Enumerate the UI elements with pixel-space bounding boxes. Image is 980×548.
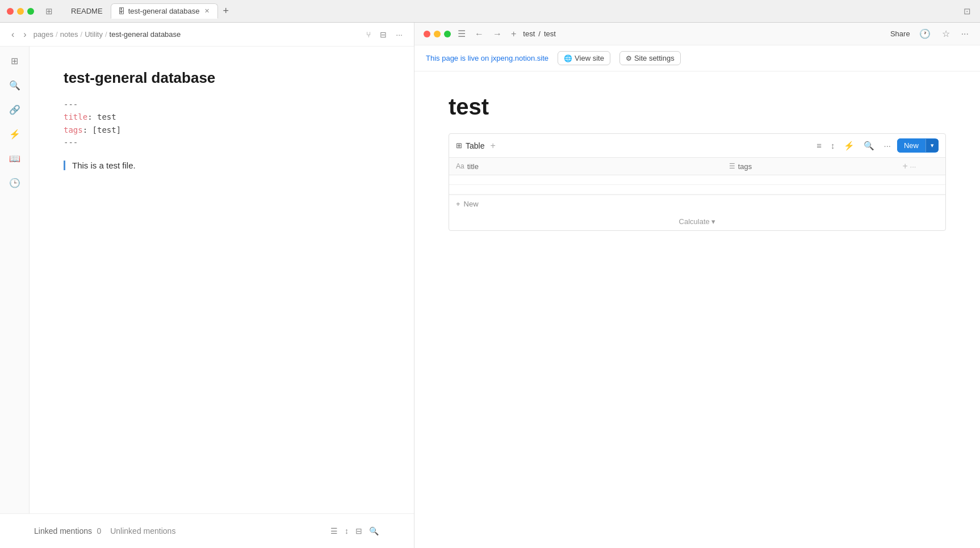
notion-url-part-2: test — [544, 29, 556, 38]
frontmatter: --- title: test tags: [test] --- — [64, 98, 380, 149]
notion-chrome: ☰ ← → + test / test Share 🕐 ☆ ··· — [414, 23, 980, 45]
col-add-header: + ··· — [896, 158, 945, 175]
breadcrumb-utility[interactable]: Utility — [85, 30, 103, 39]
tab-readme[interactable]: README — [64, 4, 110, 18]
new-record-dropdown[interactable]: ▾ — [925, 139, 939, 152]
notion-new-tab-icon[interactable]: + — [509, 28, 518, 40]
notion-content: test ⊞ Table + ≡ ↕ ⚡ 🔍 ··· — [414, 71, 980, 548]
calculate-label: Calculate — [679, 217, 710, 226]
notion-close-btn[interactable] — [424, 31, 430, 37]
db-more-icon[interactable]: ··· — [881, 139, 894, 152]
live-text[interactable]: This page is live on jxpeng.notion.site — [426, 54, 548, 62]
main-layout: ‹ › pages / notes / Utility / test-gener… — [0, 23, 980, 548]
reading-view-icon[interactable]: ⊟ — [378, 29, 389, 40]
breadcrumb-notes[interactable]: notes — [60, 30, 78, 39]
frontmatter-colon-2: : — [83, 125, 93, 134]
notion-back-icon[interactable]: ← — [472, 28, 486, 40]
tab-readme-label: README — [71, 7, 103, 15]
sidebar-book-icon[interactable]: 📖 — [7, 151, 23, 166]
site-settings-icon: ⚙ — [626, 54, 632, 62]
unlinked-mentions-link[interactable]: Unlinked mentions — [110, 526, 175, 536]
frontmatter-dashes-top: --- — [64, 98, 380, 111]
db-search-icon[interactable]: 🔍 — [861, 139, 877, 153]
notion-min-btn[interactable] — [434, 31, 441, 37]
notion-history-icon[interactable]: 🕐 — [917, 27, 933, 40]
sidebar-clock-icon[interactable]: 🕒 — [7, 175, 23, 191]
mentions-filter-icon[interactable]: ⊟ — [354, 525, 363, 537]
minimize-button[interactable] — [17, 8, 24, 15]
mentions-left: Linked mentions 0 Unlinked mentions — [34, 526, 175, 536]
frontmatter-tags-value: [test] — [93, 125, 122, 134]
mentions-header: Linked mentions 0 Unlinked mentions ☰ ↕ … — [34, 525, 380, 537]
mentions-search-icon[interactable]: 🔍 — [368, 525, 380, 537]
mentions-icons: ☰ ↕ ⊟ 🔍 — [329, 525, 380, 537]
db-toolbar-left: ⊞ Table + — [456, 141, 809, 151]
add-view-button[interactable]: + — [488, 141, 497, 151]
split-view-icon[interactable]: ⊡ — [961, 5, 973, 18]
sidebar-lightning-icon[interactable]: ⚡ — [7, 127, 23, 142]
mentions-section: Linked mentions 0 Unlinked mentions ☰ ↕ … — [0, 513, 414, 548]
maximize-button[interactable] — [27, 8, 34, 15]
sidebar-grid-icon[interactable]: ⊞ — [9, 53, 20, 69]
row-1-tags[interactable] — [722, 175, 896, 185]
new-tab-button[interactable]: + — [219, 5, 232, 17]
editor-icon-sidebar: ⊞ 🔍 🔗 ⚡ 📖 🕒 — [0, 47, 30, 513]
forward-button[interactable]: › — [21, 28, 28, 41]
add-new-row-plus: + — [456, 200, 460, 208]
frontmatter-colon-1: : — [87, 112, 97, 121]
notion-url-bar: test / test — [523, 29, 556, 38]
table-view-icon: ⊞ — [456, 141, 462, 150]
notion-forward-icon[interactable]: → — [491, 28, 504, 40]
calculate-button[interactable]: Calculate ▾ — [679, 217, 716, 226]
notion-star-icon[interactable]: ☆ — [940, 27, 952, 40]
new-record-button[interactable]: New ▾ — [897, 138, 939, 153]
table-view-label: Table — [466, 141, 484, 150]
calculate-chevron: ▾ — [711, 217, 715, 226]
tab-database-icon: 🗄 — [118, 7, 125, 15]
sidebar-toggle-icon[interactable]: ⊞ — [43, 5, 55, 18]
notion-chrome-right: Share 🕐 ☆ ··· — [890, 27, 971, 40]
breadcrumb-pages[interactable]: pages — [33, 30, 53, 39]
notion-panel: ☰ ← → + test / test Share 🕐 ☆ ··· This p… — [414, 23, 980, 548]
add-new-row-button[interactable]: + New — [449, 195, 945, 213]
lightning-icon[interactable]: ⚡ — [841, 139, 857, 153]
filter-icon[interactable]: ≡ — [814, 139, 824, 152]
row-1-title[interactable] — [449, 175, 722, 185]
frontmatter-title-key: title — [64, 112, 87, 121]
add-column-button[interactable]: + — [903, 161, 908, 171]
table-row[interactable] — [449, 175, 945, 185]
row-2-title[interactable] — [449, 185, 722, 195]
notion-share-button[interactable]: Share — [890, 29, 910, 38]
frontmatter-title-value: test — [97, 112, 116, 121]
sort-icon[interactable]: ↕ — [828, 139, 838, 152]
linked-mentions-count: 0 — [97, 526, 101, 536]
notion-more-icon[interactable]: ··· — [959, 28, 971, 40]
close-button[interactable] — [7, 8, 14, 15]
git-icon[interactable]: ⑂ — [364, 29, 373, 40]
breadcrumb-current: test-general database — [110, 30, 181, 39]
db-toolbar-right: ≡ ↕ ⚡ 🔍 ··· New ▾ — [814, 138, 939, 153]
new-record-main[interactable]: New — [897, 138, 925, 153]
editor-toolbar-left: ‹ › pages / notes / Utility / test-gener… — [9, 28, 181, 41]
title-col-icon: Aa — [456, 162, 464, 170]
sidebar-links-icon[interactable]: 🔗 — [7, 102, 23, 117]
row-2-tags[interactable] — [722, 185, 896, 195]
mentions-sort-icon[interactable]: ↕ — [344, 525, 350, 537]
table-row[interactable] — [449, 185, 945, 195]
more-options-icon[interactable]: ··· — [393, 29, 405, 40]
col-options-button[interactable]: ··· — [910, 162, 916, 171]
tags-col-icon: ☰ — [729, 162, 735, 170]
tab-test-general-database[interactable]: 🗄 test-general database ✕ — [111, 3, 219, 19]
sidebar-search-icon[interactable]: 🔍 — [7, 78, 23, 93]
linked-mentions-title: Linked mentions — [34, 526, 92, 536]
notion-menu-icon[interactable]: ☰ — [455, 27, 468, 40]
frontmatter-tags-line: tags: [test] — [64, 124, 380, 136]
linked-mentions-label: Linked mentions 0 — [34, 526, 101, 536]
mentions-list-icon[interactable]: ☰ — [329, 525, 339, 537]
notion-page-title: test — [449, 94, 946, 120]
back-button[interactable]: ‹ — [9, 28, 16, 41]
site-settings-button[interactable]: ⚙ Site settings — [619, 51, 681, 65]
view-site-button[interactable]: 🌐 View site — [558, 51, 610, 65]
tab-close-icon[interactable]: ✕ — [203, 7, 211, 15]
notion-max-btn[interactable] — [444, 31, 451, 37]
